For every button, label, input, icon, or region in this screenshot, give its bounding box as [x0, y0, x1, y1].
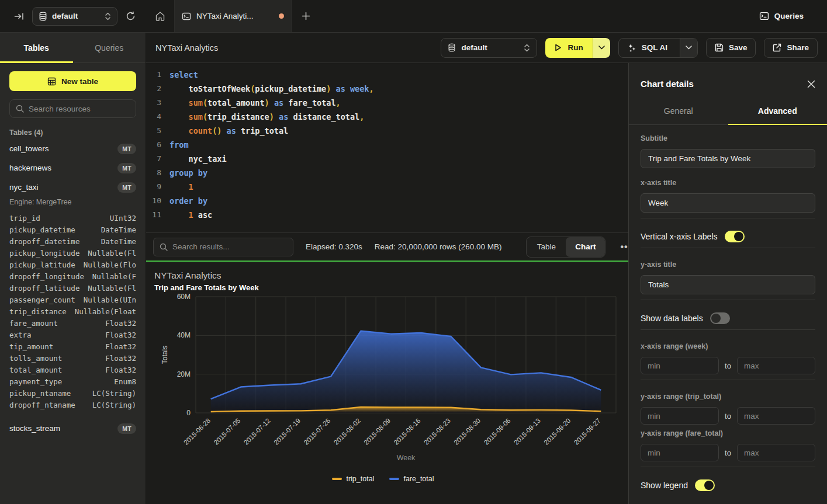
column-row-tolls_amount: tolls_amountFloat32: [9, 352, 136, 364]
y-axis-range-trip-min-input[interactable]: [641, 407, 719, 425]
code-line-5: 5 count() as trip_total: [146, 124, 628, 138]
svg-text:2015-08-09: 2015-08-09: [362, 417, 392, 446]
sql-ai-options-button[interactable]: [680, 39, 697, 57]
run-button-group: Run: [545, 38, 610, 58]
view-toggle-table[interactable]: Table: [527, 237, 566, 257]
topbar-right: Queries: [759, 0, 827, 32]
table-row-stocks_stream[interactable]: stocks_streamMT: [9, 419, 136, 438]
save-button-label: Save: [729, 43, 748, 52]
svg-text:2015-09-13: 2015-09-13: [513, 417, 542, 446]
svg-text:2015-08-23: 2015-08-23: [423, 417, 452, 446]
column-name: pickup_datetime: [9, 225, 75, 234]
queries-button-label: Queries: [774, 12, 804, 20]
share-button[interactable]: Share: [764, 38, 818, 58]
x-axis-range-max-input[interactable]: [737, 357, 815, 374]
panel-tab-advanced[interactable]: Advanced: [728, 99, 827, 124]
sidebar-tabs: Tables Queries: [0, 33, 146, 63]
y-axis-range-fare-label: y-axis range (fare_total): [641, 429, 815, 437]
panel-close-button[interactable]: [807, 80, 815, 88]
new-table-label: New table: [61, 77, 98, 86]
home-tab[interactable]: [146, 0, 175, 32]
database-icon: [39, 12, 47, 21]
save-button[interactable]: Save: [706, 38, 756, 58]
code-text: select: [169, 68, 198, 82]
sidebar-content: New table Tables (4) cell_towersMThacker…: [0, 63, 146, 504]
panel-tab-general[interactable]: General: [629, 99, 728, 124]
svg-text:2015-07-05: 2015-07-05: [212, 417, 241, 446]
sql-editor[interactable]: 1select2 toStartOfWeek(pickup_datetime) …: [146, 63, 628, 232]
show-data-labels-toggle[interactable]: [710, 312, 730, 324]
x-axis-range-row: to: [641, 357, 815, 374]
vertical-x-labels-label: Vertical x-axis Labels: [641, 232, 718, 241]
read-stat: Read: 20,000,000 rows (260.00 MB): [375, 242, 502, 251]
table-name: cell_towers: [9, 144, 49, 153]
refresh-icon: [126, 11, 136, 21]
sql-ai-button[interactable]: SQL AI: [619, 39, 674, 57]
elapsed-stat: Elapsed: 0.320s: [306, 242, 362, 251]
y-axis-title-input[interactable]: [641, 275, 815, 294]
line-number: 4: [146, 110, 169, 124]
legend-item-fare_total[interactable]: fare_total: [389, 475, 434, 483]
column-row-trip_id: trip_idUInt32: [9, 212, 136, 224]
chart-plot[interactable]: 020M40M60MTotals2015-06-282015-07-052015…: [154, 292, 628, 491]
y-axis-range-fare-min-input[interactable]: [641, 444, 719, 461]
query-title: NYTaxi Analytics: [155, 43, 218, 53]
collapse-sidebar-button[interactable]: [12, 9, 26, 23]
save-icon: [715, 43, 724, 52]
run-button[interactable]: Run: [545, 38, 592, 58]
code-text: order by: [169, 194, 207, 208]
code-line-9: 9 1: [146, 180, 628, 194]
sidebar-tab-tables[interactable]: Tables: [0, 33, 73, 62]
legend-item-trip_total[interactable]: trip_total: [332, 475, 374, 483]
subtitle-input[interactable]: [641, 149, 815, 168]
run-options-button[interactable]: [593, 38, 610, 58]
query-database-selector[interactable]: default: [441, 38, 537, 58]
results-search-input[interactable]: [172, 242, 287, 251]
view-toggle-chart[interactable]: Chart: [566, 237, 605, 257]
table-row-hackernews[interactable]: hackernewsMT: [9, 158, 136, 178]
show-legend-label: Show legend: [641, 481, 688, 490]
code-text: 1 asc: [169, 208, 212, 222]
table-row-nyc_taxi[interactable]: nyc_taxiMT: [9, 178, 136, 197]
column-type: LC(String): [92, 389, 136, 398]
vertical-x-labels-toggle[interactable]: [725, 231, 745, 242]
query-tab-label: NYTaxi Analyti...: [196, 12, 274, 20]
svg-text:60M: 60M: [177, 293, 191, 301]
tables-list: cell_towersMThackernewsMTnyc_taxiMTEngin…: [9, 139, 136, 438]
new-table-button[interactable]: New table: [9, 71, 136, 91]
code-line-10: 10order by: [146, 194, 628, 208]
plus-icon: [302, 12, 310, 20]
new-tab-button[interactable]: [292, 0, 320, 32]
line-number: 5: [146, 124, 169, 138]
x-axis-range-min-input[interactable]: [641, 357, 719, 374]
y-axis-range-fare-row: to: [641, 444, 815, 461]
line-number: 1: [146, 68, 169, 82]
table-row-cell_towers[interactable]: cell_towersMT: [9, 139, 136, 158]
sidebar-search-input[interactable]: [29, 105, 130, 113]
refresh-button[interactable]: [123, 9, 138, 23]
chart-legend: trip_totalfare_total: [146, 475, 620, 483]
y-axis-range-trip-max-input[interactable]: [737, 407, 815, 425]
query-tab[interactable]: NYTaxi Analyti...: [175, 0, 292, 32]
y-axis-range-fare-max-input[interactable]: [737, 444, 815, 461]
column-name: pickup_ntaname: [9, 389, 71, 398]
y-axis-range-trip-row: to: [641, 407, 815, 425]
code-text: from: [169, 138, 189, 152]
line-number: 6: [146, 138, 169, 152]
show-data-labels-row: Show data labels: [641, 312, 815, 324]
queries-button[interactable]: Queries: [759, 11, 804, 21]
subtitle-field-label: Subtitle: [641, 134, 815, 142]
right-column: NYTaxi Analytics default: [146, 33, 827, 504]
show-legend-toggle[interactable]: [695, 479, 715, 491]
x-axis-title-input[interactable]: [641, 193, 815, 213]
collapse-sidebar-icon: [14, 12, 24, 21]
y-range-fare-to-label: to: [725, 449, 731, 457]
code-text: sum(total_amount) as fare_total,: [169, 96, 341, 110]
column-name: pickup_latitude: [9, 260, 75, 269]
column-type: DateTime: [101, 237, 136, 246]
code-text: group by: [169, 166, 207, 180]
database-selector[interactable]: default: [32, 7, 117, 26]
chart-area: NYTaxi Analytics Trip and Fare Totals by…: [146, 262, 628, 504]
query-header: NYTaxi Analytics default: [146, 33, 827, 63]
sidebar-tab-queries[interactable]: Queries: [73, 33, 146, 62]
